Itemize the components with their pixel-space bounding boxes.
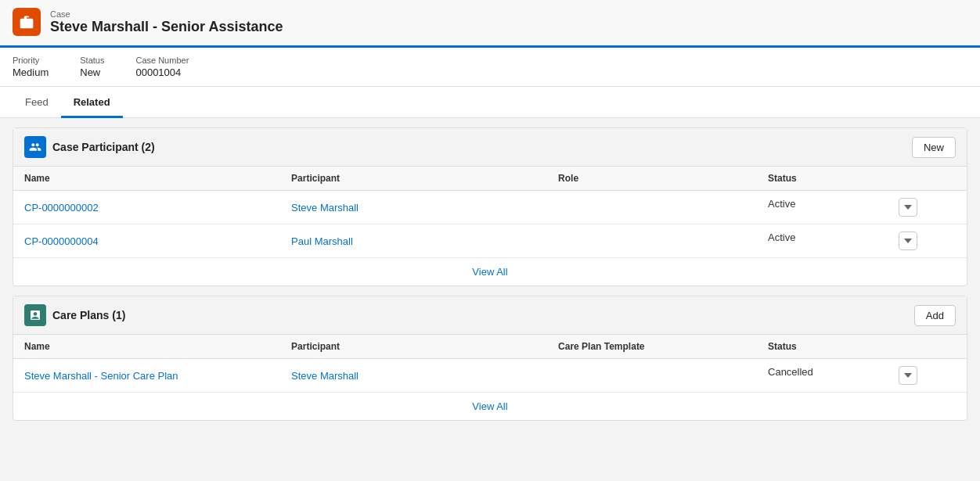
- care-plans-header: Care Plans (1) Add: [13, 296, 967, 335]
- cp2-row1-action: [928, 359, 967, 393]
- cp-row2-status: Active: [757, 224, 928, 258]
- cp-row2-role: [547, 224, 757, 258]
- tab-feed[interactable]: Feed: [13, 87, 61, 118]
- status-field: Status New: [80, 56, 104, 78]
- cp2-row1-template: [547, 359, 757, 393]
- cp-col-participant: Participant: [280, 167, 547, 191]
- table-row: CP-0000000004 Paul Marshall Active: [13, 224, 967, 258]
- cp-view-all-link[interactable]: View All: [472, 266, 507, 278]
- status-value: New: [80, 66, 104, 78]
- case-number-value: 00001004: [135, 66, 189, 78]
- priority-label: Priority: [13, 56, 49, 65]
- cp-view-all-row: View All: [13, 257, 967, 285]
- cp-row1-name-link[interactable]: CP-0000000002: [24, 202, 99, 214]
- case-label: Case: [50, 9, 283, 19]
- cp2-col-participant: Participant: [280, 335, 547, 359]
- cp2-row1-status-text: Cancelled: [768, 366, 813, 378]
- cp-row1-participant: Steve Marshall: [280, 191, 547, 224]
- care-plans-header-left: Care Plans (1): [24, 304, 125, 326]
- new-case-participant-button[interactable]: New: [912, 137, 956, 158]
- cp2-row1-participant: Steve Marshall: [280, 359, 547, 393]
- priority-field: Priority Medium: [13, 56, 49, 78]
- cp-col-status: Status: [757, 167, 928, 191]
- cp2-row1-status: Cancelled: [757, 359, 928, 393]
- page-header: Case Steve Marshall - Senior Assistance: [0, 0, 980, 48]
- cp-row1-name: CP-0000000002: [13, 191, 280, 224]
- cp-row2-action: [928, 224, 967, 258]
- case-participant-icon: [24, 136, 46, 158]
- cp-row2-participant: Paul Marshall: [280, 224, 547, 258]
- cp-row1-action: [928, 191, 967, 224]
- cp-row1-role: [547, 191, 757, 224]
- meta-bar: Priority Medium Status New Case Number 0…: [0, 48, 980, 87]
- cp-row1-participant-link[interactable]: Steve Marshall: [291, 202, 358, 214]
- cp-col-name: Name: [13, 167, 280, 191]
- case-participant-section: Case Participant (2) New Name Participan…: [13, 127, 967, 286]
- cp2-row1-dropdown-button[interactable]: [899, 366, 917, 385]
- cp2-view-all-row: View All: [13, 392, 967, 420]
- care-plans-icon: [24, 304, 46, 326]
- cp2-col-template: Care Plan Template: [547, 335, 757, 359]
- cp2-view-all-link[interactable]: View All: [472, 400, 507, 412]
- header-text: Case Steve Marshall - Senior Assistance: [50, 9, 283, 35]
- cp2-row1-participant-link[interactable]: Steve Marshall: [291, 370, 358, 382]
- cp-row2-name-link[interactable]: CP-0000000004: [24, 235, 99, 247]
- add-care-plan-button[interactable]: Add: [914, 305, 956, 326]
- case-icon: [13, 8, 41, 36]
- cp-row2-status-text: Active: [768, 232, 795, 243]
- cp-col-role: Role: [547, 167, 757, 191]
- cp-row2-name: CP-0000000004: [13, 224, 280, 258]
- care-plans-title: Care Plans (1): [52, 309, 125, 321]
- cp-row1-status: Active: [757, 191, 928, 224]
- care-plans-table-header: Name Participant Care Plan Template Stat…: [13, 335, 967, 359]
- main-content: Case Participant (2) New Name Participan…: [0, 118, 980, 430]
- cp2-col-action: [928, 335, 967, 359]
- table-row: CP-0000000002 Steve Marshall Active: [13, 191, 967, 224]
- care-plans-table: Name Participant Care Plan Template Stat…: [13, 335, 967, 392]
- cp-row2-participant-link[interactable]: Paul Marshall: [291, 235, 353, 247]
- case-participant-table-header: Name Participant Role Status: [13, 167, 967, 191]
- tabs-bar: Feed Related: [0, 87, 980, 118]
- cp-col-action: [928, 167, 967, 191]
- cp-row1-status-text: Active: [768, 198, 795, 210]
- cp2-row1-name-link[interactable]: Steve Marshall - Senior Care Plan: [24, 370, 178, 382]
- cp-row2-dropdown-button[interactable]: [899, 232, 917, 250]
- table-row: Steve Marshall - Senior Care Plan Steve …: [13, 359, 967, 393]
- cp2-col-name: Name: [13, 335, 280, 359]
- cp2-col-status: Status: [757, 335, 928, 359]
- case-participant-table: Name Participant Role Status CP-00000000…: [13, 167, 967, 257]
- case-number-label: Case Number: [135, 56, 189, 65]
- cp-row1-dropdown-button[interactable]: [899, 198, 917, 217]
- priority-value: Medium: [13, 66, 49, 78]
- tab-related[interactable]: Related: [61, 87, 123, 118]
- case-participant-header: Case Participant (2) New: [13, 128, 967, 167]
- care-plans-section: Care Plans (1) Add Name Participant Care…: [13, 296, 967, 421]
- case-number-field: Case Number 00001004: [135, 56, 189, 78]
- case-participant-title: Case Participant (2): [52, 141, 155, 153]
- status-label: Status: [80, 56, 104, 65]
- cp2-row1-name: Steve Marshall - Senior Care Plan: [13, 359, 280, 393]
- case-participant-header-left: Case Participant (2): [24, 136, 155, 158]
- case-title: Steve Marshall - Senior Assistance: [50, 19, 283, 35]
